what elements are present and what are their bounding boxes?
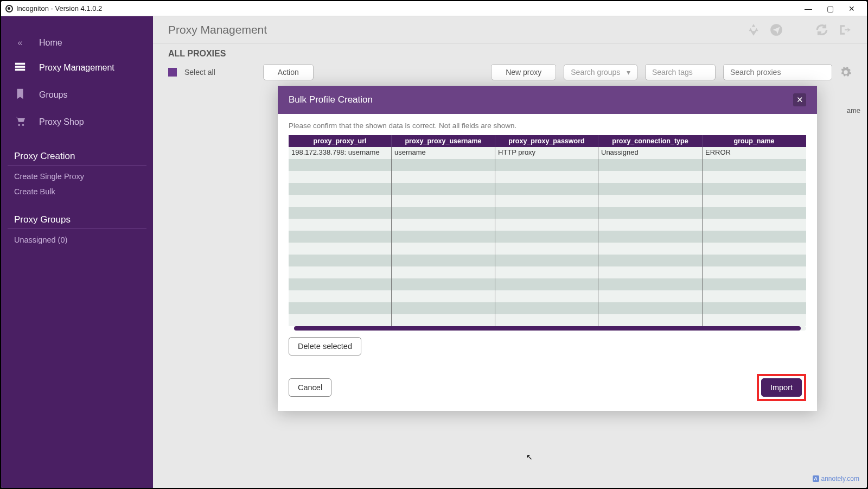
cell	[289, 231, 392, 243]
table-row[interactable]	[289, 231, 806, 243]
horizontal-scrollbar[interactable]	[294, 326, 806, 331]
nav-groups[interactable]: Groups	[1, 81, 153, 109]
minimize-button[interactable]: —	[797, 4, 819, 13]
search-groups-select[interactable]: Search groups ▾	[564, 64, 637, 80]
cell	[703, 207, 806, 219]
cell	[703, 302, 806, 314]
search-proxies-input[interactable]	[723, 64, 832, 80]
cell	[289, 255, 392, 266]
cell	[703, 219, 806, 231]
grid-body: 198.172.338.798: usernameusernameHTTP pr…	[289, 147, 806, 326]
cell	[289, 314, 392, 326]
cell	[703, 171, 806, 183]
cell	[495, 231, 598, 243]
cell	[598, 290, 703, 302]
sub-unassigned[interactable]: Unassigned (0)	[1, 232, 153, 247]
nav-proxy-shop[interactable]: Proxy Shop	[1, 109, 153, 136]
cell	[598, 314, 703, 326]
cell	[703, 266, 806, 278]
table-row[interactable]: 198.172.338.798: usernameusernameHTTP pr…	[289, 147, 806, 159]
table-row[interactable]	[289, 183, 806, 195]
section-proxy-creation: Proxy Creation	[8, 145, 146, 166]
cell	[392, 314, 495, 326]
cell	[598, 231, 703, 243]
sub-create-bulk[interactable]: Create Bulk	[1, 184, 153, 199]
cell	[703, 290, 806, 302]
select-all-checkbox[interactable]	[168, 68, 177, 77]
cell: 198.172.338.798: username	[289, 147, 392, 159]
cell	[598, 171, 703, 183]
sub-create-single[interactable]: Create Single Proxy	[1, 169, 153, 184]
send-icon[interactable]	[769, 23, 783, 37]
cell	[495, 314, 598, 326]
settings-gear-icon[interactable]	[840, 66, 852, 78]
col-connection-type: proxy_connection_type	[598, 135, 703, 147]
modal-close-button[interactable]: ✕	[793, 93, 806, 106]
cell	[598, 183, 703, 195]
cell	[392, 171, 495, 183]
recycle-icon[interactable]	[746, 23, 761, 37]
cell	[495, 207, 598, 219]
cell: HTTP proxy	[495, 147, 598, 159]
bookmark-icon	[14, 88, 26, 102]
app-window: Incogniton - Version 4.1.0.2 — ▢ ✕ « Hom…	[1, 1, 867, 488]
cell	[392, 219, 495, 231]
cell	[495, 195, 598, 207]
refresh-icon[interactable]	[815, 23, 829, 37]
cell	[598, 278, 703, 290]
table-row[interactable]	[289, 278, 806, 290]
table-row[interactable]	[289, 290, 806, 302]
maximize-button[interactable]: ▢	[819, 4, 841, 13]
cell	[495, 159, 598, 171]
table-row[interactable]	[289, 195, 806, 207]
cell	[598, 266, 703, 278]
table-row[interactable]	[289, 255, 806, 266]
cell	[703, 183, 806, 195]
delete-selected-button[interactable]: Delete selected	[289, 337, 361, 355]
nav-proxy-management[interactable]: Proxy Management	[1, 54, 153, 81]
cell	[289, 290, 392, 302]
moon-icon[interactable]	[792, 23, 806, 37]
cancel-button[interactable]: Cancel	[289, 378, 331, 397]
table-row[interactable]	[289, 219, 806, 231]
cart-icon	[14, 115, 26, 129]
cell	[289, 219, 392, 231]
cell	[703, 255, 806, 266]
import-button[interactable]: Import	[761, 378, 802, 397]
modal-title: Bulk Profile Creation	[289, 94, 373, 105]
cell	[289, 243, 392, 255]
select-all-label: Select all	[184, 68, 215, 77]
cell	[289, 195, 392, 207]
table-row[interactable]	[289, 266, 806, 278]
cell	[392, 195, 495, 207]
cell	[495, 255, 598, 266]
cell: ERROR	[703, 147, 806, 159]
cell	[392, 183, 495, 195]
sidebar: « Home Proxy Management Groups Proxy Sh	[1, 16, 153, 488]
cell	[598, 159, 703, 171]
cell	[495, 219, 598, 231]
import-highlight: Import	[757, 374, 806, 401]
modal-header: Bulk Profile Creation ✕	[278, 86, 817, 114]
table-row[interactable]	[289, 314, 806, 326]
cell	[392, 243, 495, 255]
new-proxy-button[interactable]: New proxy	[491, 64, 556, 80]
cell	[289, 171, 392, 183]
nav-home[interactable]: « Home	[1, 31, 153, 54]
table-row[interactable]	[289, 171, 806, 183]
cell: username	[392, 147, 495, 159]
cell	[392, 159, 495, 171]
table-row[interactable]	[289, 243, 806, 255]
table-row[interactable]	[289, 159, 806, 171]
list-icon	[14, 61, 26, 75]
col-group-name: group_name	[703, 135, 806, 147]
cell	[598, 302, 703, 314]
table-row[interactable]	[289, 207, 806, 219]
action-button[interactable]: Action	[263, 64, 314, 80]
cell	[289, 266, 392, 278]
table-row[interactable]	[289, 302, 806, 314]
close-window-button[interactable]: ✕	[841, 4, 863, 13]
search-tags-select[interactable]: Search tags	[645, 64, 716, 80]
grid-header: proxy_proxy_url proxy_proxy_username pro…	[289, 135, 806, 147]
logout-icon[interactable]	[838, 23, 852, 37]
